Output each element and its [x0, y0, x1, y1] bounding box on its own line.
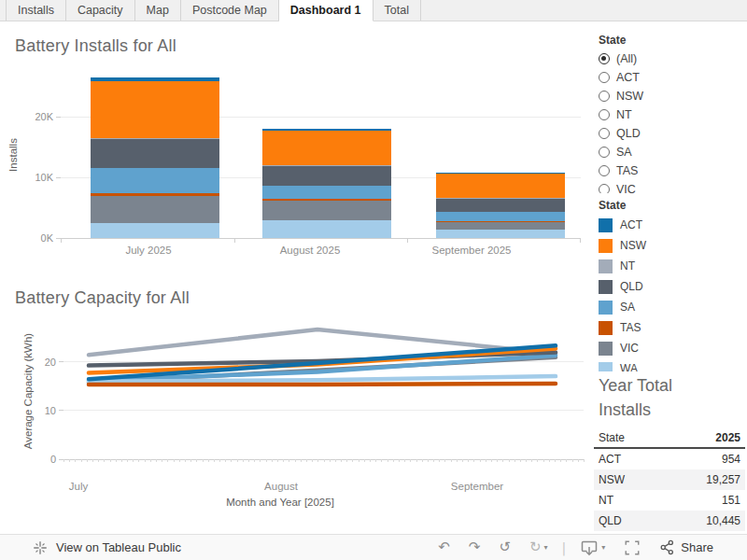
radio-icon	[599, 165, 610, 176]
x-tick-mark	[580, 238, 581, 243]
radio-icon	[599, 53, 610, 64]
minor-tick	[75, 459, 76, 462]
radio-option-tas[interactable]: TAS	[599, 161, 739, 180]
table-cell-state: NSW	[599, 473, 706, 486]
minor-tick	[444, 459, 445, 462]
minor-tick	[208, 459, 209, 462]
bar-segment-wa[interactable]	[436, 230, 565, 238]
bar-segment-sa[interactable]	[91, 168, 219, 193]
bar-segment-act[interactable]	[262, 129, 391, 131]
minor-tick	[145, 459, 146, 462]
bar-segment-tas[interactable]	[91, 193, 219, 196]
minor-tick	[289, 459, 289, 462]
tab-capacity[interactable]: Capacity	[66, 0, 135, 21]
legend-item-label: NSW	[620, 239, 646, 252]
minor-tick	[486, 459, 486, 462]
reset-icon[interactable]: ↺	[499, 540, 511, 554]
download-button[interactable]: ▾	[580, 539, 605, 557]
bar-segment-sa[interactable]	[262, 186, 391, 200]
radio-option-act[interactable]: ACT	[599, 68, 739, 87]
redo-icon[interactable]: ↷	[469, 540, 481, 554]
share-icon	[659, 539, 675, 555]
share-button[interactable]: Share	[659, 539, 713, 555]
minor-tick	[566, 459, 567, 462]
bar-segment-tas[interactable]	[262, 199, 391, 201]
bar-segment-qld[interactable]	[262, 166, 391, 186]
bar-segment-qld[interactable]	[91, 138, 219, 168]
minor-tick	[578, 459, 579, 462]
legend-item-label: ACT	[620, 218, 642, 231]
legend-item-sa[interactable]: SA	[599, 297, 739, 317]
minor-tick	[283, 459, 284, 462]
bar-segment-vic[interactable]	[262, 201, 391, 220]
legend-item-act[interactable]: ACT	[599, 215, 739, 235]
minor-tick	[375, 459, 376, 462]
bar-segment-vic[interactable]	[436, 222, 565, 230]
legend-item-vic[interactable]: VIC	[599, 338, 739, 358]
line-tas[interactable]	[89, 384, 556, 385]
table-row-qld[interactable]: QLD10,445	[594, 511, 745, 531]
table-row-nt[interactable]: NT151	[594, 490, 745, 511]
table-row-act[interactable]: ACT954	[594, 449, 745, 469]
minor-tick	[520, 459, 521, 462]
radio-option-vic[interactable]: VIC	[599, 180, 739, 193]
minor-tick	[584, 459, 585, 462]
bar-segment-act[interactable]	[436, 173, 565, 174]
bar-segment-nsw[interactable]	[262, 131, 391, 166]
minor-tick	[81, 459, 82, 462]
bar-segment-qld[interactable]	[436, 198, 565, 212]
table-cell-state: NT	[599, 494, 722, 507]
view-on-tableau-public-label: View on Tableau Public	[56, 540, 181, 554]
radio-icon	[599, 184, 610, 193]
bar-segment-sa[interactable]	[436, 212, 565, 220]
fullscreen-button[interactable]	[624, 539, 641, 556]
bar-segment-tas[interactable]	[436, 221, 565, 223]
radio-option-nsw[interactable]: NSW	[599, 87, 739, 105]
line-chart-x-axis-title: Month and Year [2025]	[187, 497, 374, 508]
minor-tick	[468, 459, 469, 462]
radio-icon	[599, 128, 610, 139]
minor-tick	[254, 459, 255, 462]
bar-segment-nsw[interactable]	[91, 81, 219, 138]
undo-icon[interactable]: ↶	[438, 540, 450, 554]
minor-tick	[502, 459, 503, 462]
tab-total[interactable]: Total	[374, 0, 421, 21]
radio-icon	[599, 72, 610, 83]
tab-postcode-map[interactable]: Postcode Map	[181, 0, 279, 21]
tab-dashboard-1[interactable]: Dashboard 1	[279, 0, 374, 21]
line-chart-y-axis-title: Average Capacity (kWh)	[22, 312, 34, 470]
legend-item-nsw[interactable]: NSW	[599, 235, 739, 256]
minor-tick	[324, 459, 325, 462]
minor-tick	[121, 459, 122, 462]
bar-segment-act[interactable]	[91, 77, 219, 80]
minor-tick	[196, 459, 197, 462]
x-month-label: September	[416, 480, 538, 493]
radio-option-nt[interactable]: NT	[599, 105, 739, 124]
bar-segment-vic[interactable]	[91, 196, 219, 223]
minor-tick	[462, 459, 463, 462]
bar-chart-y-axis-title: Installs	[7, 76, 19, 234]
table-row-nsw[interactable]: NSW19,257	[594, 469, 745, 490]
radio-option-label: (All)	[616, 52, 637, 65]
x-month-label: August	[220, 480, 342, 493]
legend-item-wa[interactable]: WA	[599, 358, 739, 371]
legend-item-qld[interactable]: QLD	[599, 276, 739, 297]
minor-tick	[243, 459, 244, 462]
radio-option-qld[interactable]: QLD	[599, 124, 739, 143]
legend-item-nt[interactable]: NT	[599, 256, 739, 276]
minor-tick	[439, 459, 440, 462]
x-category-label: September 2025	[411, 244, 532, 257]
bar-segment-nsw[interactable]	[436, 174, 565, 198]
tab-map[interactable]: Map	[135, 0, 181, 21]
minor-tick	[272, 459, 273, 462]
bar-segment-wa[interactable]	[91, 223, 219, 238]
minor-tick	[104, 459, 105, 462]
refresh-button[interactable]: ↻ ▾	[529, 540, 548, 554]
bar-segment-wa[interactable]	[262, 220, 391, 238]
view-on-tableau-public-button[interactable]: View on Tableau Public	[32, 539, 181, 556]
bar-chart-title: Battery Installs for All	[15, 36, 176, 56]
legend-item-tas[interactable]: TAS	[599, 317, 739, 338]
tab-installs[interactable]: Installs	[6, 0, 66, 21]
radio-option-all[interactable]: (All)	[599, 49, 739, 68]
radio-option-sa[interactable]: SA	[599, 143, 739, 161]
